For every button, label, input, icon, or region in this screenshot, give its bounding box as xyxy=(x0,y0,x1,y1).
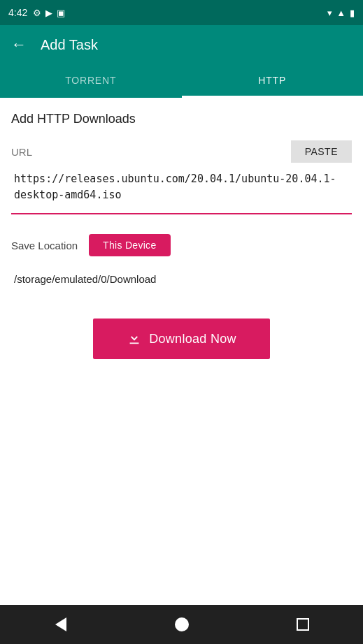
signal-icon: ▲ xyxy=(336,8,346,18)
wifi-icon: ▾ xyxy=(327,8,332,18)
nav-back-button[interactable] xyxy=(48,612,73,637)
status-time: 4:42 xyxy=(8,7,27,18)
url-input[interactable]: https://releases.ubuntu.com/20.04.1/ubun… xyxy=(11,166,352,214)
save-path: /storage/emulated/0/Download xyxy=(11,268,352,291)
back-triangle-icon xyxy=(55,617,66,631)
tab-http[interactable]: HTTP xyxy=(182,64,364,98)
shield-icon: ▶ xyxy=(45,8,52,18)
download-now-label: Download Now xyxy=(149,332,236,346)
tab-bar: TORRENT HTTP xyxy=(0,64,363,98)
main-content: Add HTTP Downloads URL Paste https://rel… xyxy=(0,98,363,605)
status-icons: ⚙ ▶ ▣ xyxy=(33,8,65,18)
page-title: Add Task xyxy=(41,37,98,53)
bottom-nav xyxy=(0,605,363,644)
download-icon xyxy=(127,331,142,346)
nav-home-button[interactable] xyxy=(169,612,194,637)
download-button-container: Download Now xyxy=(11,319,352,359)
save-location-label: Save Location xyxy=(11,240,78,251)
sim-icon: ▣ xyxy=(57,8,65,18)
app-bar: ← Add Task xyxy=(0,25,363,64)
nav-recent-button[interactable] xyxy=(290,612,315,637)
section-title: Add HTTP Downloads xyxy=(11,112,352,126)
url-row: URL Paste xyxy=(11,140,352,163)
download-now-button[interactable]: Download Now xyxy=(93,319,270,359)
back-button[interactable]: ← xyxy=(11,36,27,54)
paste-button[interactable]: Paste xyxy=(291,140,352,163)
battery-icon: ▮ xyxy=(350,8,355,18)
this-device-button[interactable]: This Device xyxy=(89,234,170,256)
status-bar-right: ▾ ▲ ▮ xyxy=(327,8,355,18)
status-bar-left: 4:42 ⚙ ▶ ▣ xyxy=(8,7,65,18)
url-label: URL xyxy=(11,146,32,158)
tab-torrent[interactable]: TORRENT xyxy=(0,64,182,98)
home-circle-icon xyxy=(175,617,189,631)
recent-square-icon xyxy=(297,618,309,631)
settings-icon: ⚙ xyxy=(33,8,41,18)
save-location-row: Save Location This Device xyxy=(11,234,352,256)
status-bar: 4:42 ⚙ ▶ ▣ ▾ ▲ ▮ xyxy=(0,0,363,25)
